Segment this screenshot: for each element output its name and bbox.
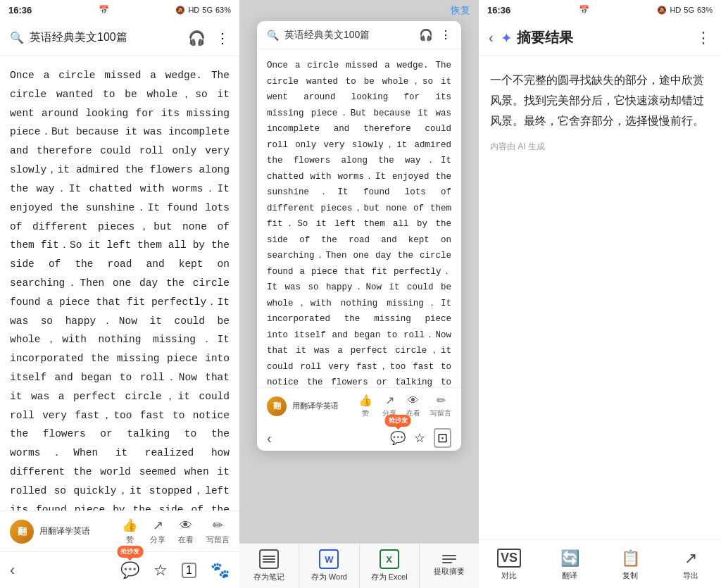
right-wifi-icon: HD — [670, 6, 681, 14]
compare-label: 对比 — [501, 570, 517, 581]
middle-panel: 恢复 🔍 英语经典美文100篇 🎧 ⋮ Once a circle missed… — [239, 0, 479, 588]
card-watch-button[interactable]: 👁 在看 — [406, 394, 420, 418]
right-header-left: ‹ ✦ 摘要结果 — [489, 28, 573, 47]
battery-icon: 63% — [215, 6, 231, 14]
user-name: 用翻译学英语 — [39, 525, 90, 537]
card-save-badge: 抢沙发 — [385, 415, 411, 427]
export-icon: ↗ — [684, 549, 697, 568]
share-button[interactable]: ↗ 分享 — [150, 518, 165, 545]
restore-button[interactable]: 恢复 — [451, 4, 470, 17]
ai-badge: ✦ 摘要结果 — [501, 28, 573, 47]
card-more-icon[interactable]: ⋮ — [440, 28, 451, 42]
count-icon[interactable]: 1 — [182, 563, 196, 578]
card-bottom-left: 翻 用翻译学英语 — [267, 396, 339, 416]
like-button[interactable]: 👍 赞 — [122, 518, 137, 545]
card-comment-icon: ✏ — [437, 394, 446, 407]
card-like-button[interactable]: 👍 赞 — [358, 394, 372, 418]
card-title: 英语经典美文100篇 — [284, 29, 370, 42]
like-label: 赞 — [126, 534, 134, 545]
extract-summary-button[interactable]: 提取摘要 — [420, 544, 479, 588]
app-title: 英语经典美文100篇 — [30, 30, 127, 45]
paw-icon[interactable]: 🐾 — [211, 561, 230, 580]
translate-label: 翻译 — [562, 570, 577, 581]
comment-button[interactable]: ✏ 写留言 — [206, 518, 230, 545]
more-icon[interactable]: ⋮ — [215, 30, 230, 46]
compare-icon: VS — [497, 549, 521, 568]
wifi-icon: HD — [188, 6, 199, 14]
card-header: 🔍 英语经典美文100篇 🎧 ⋮ — [257, 21, 461, 49]
copy-icon: 📋 — [621, 549, 640, 568]
right-time: 16:36 — [487, 5, 510, 15]
right-signal-icon: 🔕 — [657, 6, 667, 15]
excel-icon: X — [380, 549, 399, 569]
headphone-icon[interactable]: 🎧 — [188, 30, 206, 46]
note-icon — [259, 549, 279, 569]
watch-icon: 👁 — [180, 518, 192, 533]
card-scan-icon[interactable]: ⊡ — [434, 428, 451, 448]
card-nav-right: 💬 抢沙发 ☆ ⊡ — [390, 428, 451, 448]
copy-button[interactable]: 📋 复制 — [600, 544, 660, 585]
save-excel-button[interactable]: X 存为 Excel — [360, 544, 420, 588]
ai-star-icon: ✦ — [501, 30, 513, 46]
user-info: 翻 用翻译学英语 — [10, 520, 122, 544]
line1 — [263, 556, 275, 557]
save-note-button[interactable]: 存为笔记 — [239, 544, 299, 588]
avatar: 翻 — [10, 520, 34, 544]
translate-icon: 🔄 — [560, 549, 579, 568]
card-message-button[interactable]: 💬 抢沙发 — [390, 430, 406, 446]
network-icon: 5G — [202, 6, 213, 14]
compare-button[interactable]: VS 对比 — [479, 544, 539, 585]
signal-icon: 🔕 — [175, 6, 185, 15]
right-calendar-icon: 📅 — [579, 5, 589, 15]
word-icon: W — [319, 549, 339, 569]
floating-card: 🔍 英语经典美文100篇 🎧 ⋮ Once a circle missed a … — [257, 21, 461, 451]
share-icon: ↗ — [153, 518, 163, 533]
extract-summary-label: 提取摘要 — [434, 566, 465, 577]
save-word-button[interactable]: W 存为 Word — [299, 544, 359, 588]
right-back-button[interactable]: ‹ — [489, 30, 494, 46]
header-actions: 🎧 ⋮ — [188, 30, 230, 46]
right-more-icon[interactable]: ⋮ — [696, 29, 711, 47]
card-comment-button[interactable]: ✏ 写留言 — [430, 394, 451, 418]
right-title: 摘要结果 — [517, 28, 573, 47]
save-excel-label: 存为 Excel — [371, 572, 408, 582]
middle-toolbar: 存为笔记 W 存为 Word X 存为 Excel 提取摘要 — [239, 543, 479, 588]
nav-bottom: ‹ 💬 抢沙发 ☆ 1 🐾 — [0, 551, 239, 588]
card-headphone-icon[interactable]: 🎧 — [419, 28, 433, 42]
card-header-left: 🔍 英语经典美文100篇 — [267, 29, 370, 42]
search-icon[interactable]: 🔍 — [10, 31, 24, 44]
card-user-name: 用翻译学英语 — [292, 401, 339, 411]
nav-icons: 💬 抢沙发 ☆ 1 🐾 — [120, 561, 230, 580]
card-message-icon: 💬 — [390, 431, 406, 445]
star-icon[interactable]: ☆ — [153, 561, 168, 580]
export-label: 导出 — [683, 570, 698, 581]
right-panel: 16:36 📅 🔕 HD 5G 63% ‹ ✦ 摘要结果 ⋮ 一个不完整的圆寻找… — [479, 0, 721, 588]
line2 — [263, 558, 275, 560]
calendar-icon: 📅 — [99, 5, 109, 15]
card-like-label: 赞 — [362, 408, 369, 418]
like-icon: 👍 — [122, 518, 137, 533]
watch-button[interactable]: 👁 在看 — [178, 518, 194, 545]
reading-text: Once a circle missed a wedge. The circle… — [10, 70, 230, 511]
share-label: 分享 — [150, 534, 165, 545]
card-watch-icon: 👁 — [408, 394, 419, 407]
summary-content: 一个不完整的圆寻找缺失的部分，途中欣赏风景。找到完美部分后，它快速滚动却错过风景… — [479, 56, 721, 539]
back-icon[interactable]: ‹ — [10, 561, 15, 580]
bottom-actions: 👍 赞 ↗ 分享 👁 在看 ✏ 写留言 — [122, 518, 230, 545]
card-star-icon[interactable]: ☆ — [414, 430, 425, 446]
card-search-icon[interactable]: 🔍 — [267, 30, 279, 41]
right-battery-icon: 63% — [697, 6, 713, 14]
message-button[interactable]: 💬 抢沙发 — [120, 561, 139, 580]
card-avatar: 翻 — [267, 396, 287, 416]
translate-button[interactable]: 🔄 翻译 — [539, 544, 600, 585]
message-icon: 💬 — [120, 561, 139, 579]
summary-icon — [442, 555, 456, 563]
summary-text: 一个不完整的圆寻找缺失的部分，途中欣赏风景。找到完美部分后，它快速滚动却错过风景… — [490, 70, 710, 131]
card-back-icon[interactable]: ‹ — [267, 430, 272, 446]
status-icons: 🔕 HD 5G 63% — [175, 6, 231, 15]
export-button[interactable]: ↗ 导出 — [660, 544, 721, 585]
right-status-bar: 16:36 📅 🔕 HD 5G 63% — [479, 0, 721, 20]
comment-icon: ✏ — [213, 518, 223, 533]
line3 — [263, 561, 275, 563]
right-bottom-tools: VS 对比 🔄 翻译 📋 复制 ↗ 导出 — [479, 539, 721, 588]
